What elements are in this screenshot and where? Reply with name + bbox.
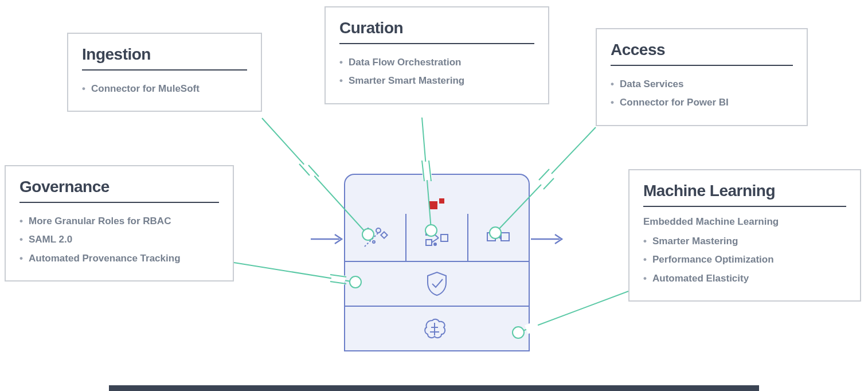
svg-line-30 xyxy=(518,291,628,333)
svg-rect-6 xyxy=(426,240,432,245)
list-item: Data Services xyxy=(620,75,793,93)
svg-rect-7 xyxy=(441,234,448,241)
ingestion-list: Connector for MuleSoft xyxy=(82,80,247,98)
access-list: Data Services Connector for Power BI xyxy=(611,75,793,112)
list-item: Automated Provenance Tracking xyxy=(29,249,219,268)
svg-line-27 xyxy=(331,278,345,280)
ingest-cell xyxy=(345,214,406,261)
list-item: Data Flow Orchestration xyxy=(349,53,534,72)
list-item: Automated Elasticity xyxy=(652,269,846,288)
curation-title: Curation xyxy=(339,19,534,37)
ml-subtitle: Embedded Machine Learning xyxy=(643,216,846,228)
connector-endpoint xyxy=(362,228,374,241)
access-card: Access Data Services Connector for Power… xyxy=(596,28,808,126)
governance-row xyxy=(344,262,530,307)
ml-row xyxy=(344,307,530,351)
divider xyxy=(643,206,846,207)
list-item: Connector for MuleSoft xyxy=(91,80,247,98)
svg-point-0 xyxy=(376,228,381,233)
governance-card: Governance More Granular Roles for RBAC … xyxy=(5,165,234,281)
connector-endpoint xyxy=(425,224,437,237)
svg-line-16 xyxy=(299,164,310,175)
svg-line-15 xyxy=(304,165,314,176)
divider xyxy=(611,65,793,66)
brain-icon xyxy=(422,316,452,341)
list-item: Performance Optimization xyxy=(652,251,846,269)
list-item: Connector for Power BI xyxy=(620,93,793,112)
central-stack-graphic xyxy=(344,174,530,351)
divider xyxy=(82,69,247,71)
governance-title: Governance xyxy=(19,178,219,196)
left-arrow-icon xyxy=(310,230,344,248)
svg-line-24 xyxy=(544,178,554,189)
logo-squares-icon xyxy=(429,198,444,209)
ml-list: Smarter Mastering Performance Optimizati… xyxy=(643,232,846,288)
svg-point-9 xyxy=(434,243,436,245)
right-arrow-icon xyxy=(530,230,564,248)
connector-endpoint xyxy=(512,326,525,339)
svg-line-26 xyxy=(234,263,355,282)
curation-card: Curation Data Flow Orchestration Smarter… xyxy=(324,6,549,104)
machine-learning-card: Machine Learning Embedded Machine Learni… xyxy=(628,169,861,302)
list-item: Smarter Smart Mastering xyxy=(349,72,534,90)
svg-line-25 xyxy=(539,169,549,180)
svg-line-17 xyxy=(308,165,319,177)
svg-rect-11 xyxy=(501,233,509,241)
curate-cell xyxy=(406,214,468,261)
access-title: Access xyxy=(611,41,793,59)
divider xyxy=(339,43,534,44)
curation-list: Data Flow Orchestration Smarter Smart Ma… xyxy=(339,53,534,91)
ml-title: Machine Learning xyxy=(643,182,846,200)
governance-list: More Granular Roles for RBAC SAML 2.0 Au… xyxy=(19,212,219,268)
ingestion-card: Ingestion Connector for MuleSoft xyxy=(67,33,262,112)
connector-endpoint xyxy=(349,276,362,288)
shield-check-icon xyxy=(424,270,449,298)
list-item: SAML 2.0 xyxy=(29,230,219,249)
svg-rect-1 xyxy=(381,232,387,238)
svg-point-3 xyxy=(373,241,375,243)
list-item: More Granular Roles for RBAC xyxy=(29,212,219,230)
svg-line-23 xyxy=(541,174,552,185)
divider xyxy=(19,202,219,203)
connector-endpoint xyxy=(489,226,502,239)
list-item: Smarter Mastering xyxy=(652,232,846,251)
ingestion-title: Ingestion xyxy=(82,45,247,64)
base-bar xyxy=(109,385,759,391)
device-top xyxy=(344,174,530,214)
